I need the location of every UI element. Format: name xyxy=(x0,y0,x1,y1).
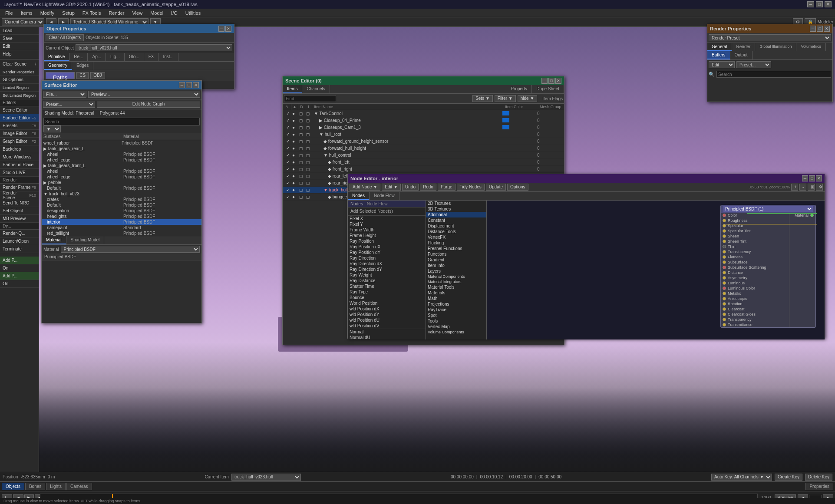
add-node-btn[interactable]: Add Node ▼ xyxy=(350,184,380,191)
tree-row-closeups-cam1[interactable]: ✓ ● ◻ ◻ ▶ Closeups_Cam1_3 0 xyxy=(283,124,564,131)
node-cat-additional[interactable]: Additional xyxy=(426,212,486,217)
sidebar-add-obj2[interactable]: Add P... xyxy=(0,272,39,280)
sidebar-edit[interactable]: Edit xyxy=(0,43,39,50)
tree-row-fwd-ground[interactable]: ✓ ● ◻ ◻ ◆ forward_ground_height_sensor 0 xyxy=(283,138,564,145)
scene-hide-btn[interactable]: hide ▼ xyxy=(518,95,538,102)
paths-btn[interactable]: Paths xyxy=(46,72,75,79)
sidebar-render-q[interactable]: Render-Q... xyxy=(0,230,39,237)
render-props-maximize[interactable]: □ xyxy=(817,26,823,32)
node-category-ray-direction[interactable]: Ray Direction xyxy=(348,255,426,261)
surface-editor-maximize[interactable]: □ xyxy=(186,82,192,88)
camera-select[interactable]: Current Camera xyxy=(2,18,44,26)
close-btn[interactable]: ✕ xyxy=(825,1,832,7)
tree-row-tankcontrol[interactable]: ✓ ● ◻ ◻ ▼ TankControl 0 xyxy=(283,110,564,117)
node-category-pixel-x[interactable]: Pixel X xyxy=(348,216,426,221)
node-editor-minimize[interactable]: ─ xyxy=(802,175,808,181)
menu-items[interactable]: Items xyxy=(17,10,36,16)
tab-shading-model[interactable]: Shading Model xyxy=(66,236,105,244)
render-tab-gi[interactable]: Global Illumination xyxy=(755,43,796,51)
node-cat-distance-tools[interactable]: Distance Tools xyxy=(426,229,486,234)
render-tab-output[interactable]: Output xyxy=(730,51,752,59)
delete-key-btn[interactable]: Delete Key xyxy=(805,474,832,481)
node-tab-nodes[interactable]: Nodes xyxy=(348,192,370,200)
surface-tank-gears-front[interactable]: ▶ tank_gears_front_L xyxy=(42,163,201,168)
node-cat-vertex-map[interactable]: Vertex Map xyxy=(426,324,486,329)
material-select[interactable]: Principled BSDF xyxy=(61,246,200,253)
sidebar-partner[interactable]: Partner in Place xyxy=(0,161,39,169)
surface-wheel-1[interactable]: wheel Principled BSDF xyxy=(42,152,201,157)
scene-find-input[interactable] xyxy=(284,95,336,102)
node-editor-maximize[interactable]: □ xyxy=(809,175,815,181)
menu-view[interactable]: View xyxy=(129,10,146,16)
node-cat-material-int[interactable]: Material Integrators xyxy=(426,279,486,284)
tab-material[interactable]: Material xyxy=(42,236,66,244)
bottom-tab-objects[interactable]: Objects xyxy=(2,483,24,490)
sidebar-render-scene[interactable]: Render Scene F10 xyxy=(0,191,39,199)
surface-crates[interactable]: crates Principled BSDF xyxy=(42,197,201,202)
node-category-ray-type[interactable]: Ray Type xyxy=(348,289,426,295)
render-search-input[interactable] xyxy=(716,71,831,78)
node-cat-projections[interactable]: Projections xyxy=(426,301,486,307)
sidebar-send-to-nrc[interactable]: Send To NRC xyxy=(0,199,39,207)
node-category-bounce[interactable]: Bounce xyxy=(348,295,426,300)
node-category-world-pos-du[interactable]: wld Position dU xyxy=(348,317,426,323)
surface-headlights[interactable]: headlights Principled BSDF xyxy=(42,214,201,219)
sidebar-terminate[interactable]: Terminate xyxy=(0,245,39,253)
scene-tab-items[interactable]: Items xyxy=(283,85,302,93)
menu-model[interactable]: Model xyxy=(147,10,167,16)
properties-btn[interactable]: Properties xyxy=(805,483,833,490)
principled-bsdf-node[interactable]: Principled BSDF (1) Color Roughness xyxy=(720,205,816,328)
pan-btn[interactable]: ✥ xyxy=(816,184,823,191)
node-cat-flocking[interactable]: Flocking xyxy=(426,240,486,246)
node-tab-flow[interactable]: Node Flow xyxy=(370,192,399,200)
node-type-select[interactable]: Principled BSDF (1) xyxy=(723,206,813,212)
node-category-ray-distance[interactable]: Ray Distance xyxy=(348,278,426,283)
maximize-btn[interactable]: □ xyxy=(816,1,823,7)
scene-editor-minimize[interactable]: ─ xyxy=(541,78,548,84)
node-category-world-pos-dx[interactable]: wld Position dX xyxy=(348,306,426,312)
node-category-ray-pos-dx[interactable]: Ray Position dX xyxy=(348,244,426,250)
tidy-nodes-btn[interactable]: Tidy Nodes xyxy=(457,184,485,191)
render-tab-render[interactable]: Render xyxy=(732,43,756,51)
tree-row-hull-control[interactable]: ✓ ● ◻ ◻ ▼ hull_control 0 xyxy=(283,152,564,159)
tree-row-front-right[interactable]: ✓ ● ◻ ◻ ◆ front_right 0 xyxy=(283,166,564,173)
clear-all-objects-btn[interactable]: Clear All Objects xyxy=(46,34,84,41)
render-tab-general[interactable]: General xyxy=(707,43,732,51)
node-cat-item-info[interactable]: Item Info xyxy=(426,263,486,268)
zoom-out-btn[interactable]: - xyxy=(799,184,806,191)
auto-key-select[interactable]: Auto Key: All Channels ▼ xyxy=(711,474,772,481)
zoom-in-btn[interactable]: + xyxy=(791,184,798,191)
node-editor-close[interactable]: ✕ xyxy=(816,175,822,181)
sidebar-load[interactable]: Load xyxy=(0,27,39,35)
tab-geometry[interactable]: Geometry xyxy=(44,62,72,70)
fit-btn[interactable]: ⊞ xyxy=(808,184,815,191)
node-category-ray-position[interactable]: Ray Position xyxy=(348,238,426,244)
purge-btn[interactable]: Purge xyxy=(438,184,455,191)
bottom-tab-bones[interactable]: Bones xyxy=(25,483,45,490)
sidebar-graph-editor[interactable]: Graph Editor F2 xyxy=(0,138,39,145)
node-cat-vertexfx[interactable]: VertexFX xyxy=(426,234,486,240)
menu-file[interactable]: File xyxy=(2,10,17,16)
node-cat-2d[interactable]: 2D Textures xyxy=(426,201,486,206)
menu-fxtools[interactable]: FX Tools xyxy=(79,10,105,16)
scene-filter-btn[interactable]: Filter ▼ xyxy=(495,95,516,102)
node-category-world-pos-dv[interactable]: wld Position dV xyxy=(348,323,426,329)
render-preset-btn[interactable]: Preset... xyxy=(736,61,771,68)
create-key-btn[interactable]: Create Key xyxy=(775,474,802,481)
surface-filter-select[interactable]: ▼ xyxy=(43,125,61,132)
tab-inst[interactable]: Inst... xyxy=(158,53,178,61)
node-category-normal[interactable]: Normal xyxy=(348,329,426,335)
tab-glo[interactable]: Glo... xyxy=(125,53,144,61)
menu-setup[interactable]: Setup xyxy=(59,10,78,16)
node-category-ray-weight[interactable]: Ray Weight xyxy=(348,272,426,278)
surface-red-taillight[interactable]: red_taillight Principled BSDF xyxy=(42,231,201,236)
node-cat-3d[interactable]: 3D Textures xyxy=(426,206,486,212)
node-cat-tools[interactable]: Tools xyxy=(426,318,486,324)
node-cat-constant[interactable]: Constant xyxy=(426,217,486,223)
tab-lig[interactable]: Lig... xyxy=(106,53,125,61)
bottom-tab-cameras[interactable]: Cameras xyxy=(66,483,92,490)
node-cat-material-comp[interactable]: Material Components xyxy=(426,274,486,279)
undo-btn[interactable]: Undo xyxy=(402,184,419,191)
surface-search-input[interactable] xyxy=(43,118,200,125)
sidebar-mb-preview[interactable]: MB Preview xyxy=(0,215,39,223)
